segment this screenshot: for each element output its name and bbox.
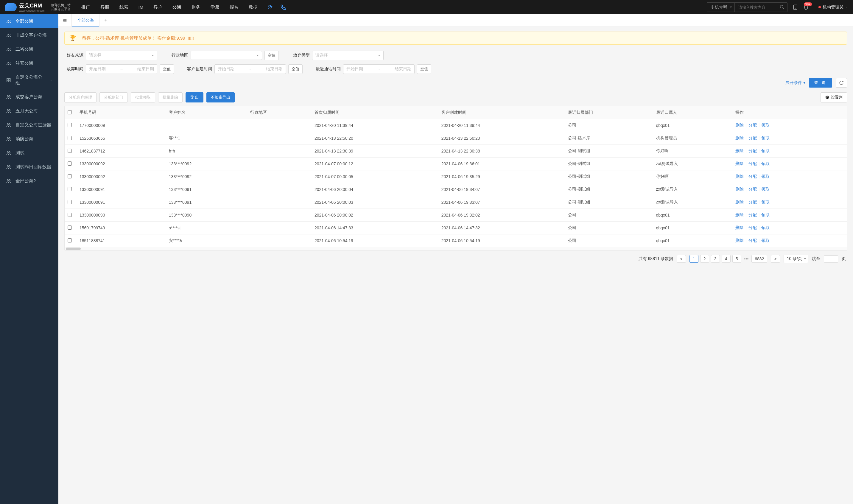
row-checkbox[interactable] [68, 149, 72, 153]
query-button[interactable]: 查 询 [809, 78, 832, 88]
nav-item-8[interactable]: 报名 [225, 0, 243, 14]
sidebar-item-0[interactable]: 全部公海 [0, 14, 58, 28]
page-1[interactable]: 1 [689, 255, 698, 263]
row-checkbox[interactable] [68, 238, 72, 242]
sidebar-item-8[interactable]: 消防公海 [0, 132, 58, 146]
nav-item-2[interactable]: 线索 [115, 0, 133, 14]
nav-item-1[interactable]: 客服 [96, 0, 114, 14]
claim-link[interactable]: 领取 [761, 225, 769, 230]
sidebar-item-4[interactable]: 自定义公海分组⌄ [0, 70, 58, 90]
page-size-select[interactable]: 10 条/页 [784, 255, 808, 263]
export-button[interactable]: 导 出 [185, 92, 203, 103]
assign-link[interactable]: 分配 [748, 187, 757, 192]
page-3[interactable]: 3 [711, 255, 720, 263]
claim-link[interactable]: 领取 [761, 123, 769, 127]
assign-link[interactable]: 分配 [748, 200, 757, 204]
row-checkbox[interactable] [68, 226, 72, 230]
page-last[interactable]: 6882 [751, 255, 767, 263]
assign-link[interactable]: 分配 [748, 136, 757, 140]
delete-link[interactable]: 删除 [736, 200, 744, 204]
sidebar-item-2[interactable]: 二咨公海 [0, 42, 58, 56]
sidebar-item-6[interactable]: 五月天公海 [0, 104, 58, 118]
row-checkbox[interactable] [68, 200, 72, 204]
prev-page[interactable]: < [677, 255, 686, 263]
claim-link[interactable]: 领取 [761, 238, 769, 243]
abandon-time-null-button[interactable]: 空值 [160, 64, 174, 74]
claim-link[interactable]: 领取 [761, 148, 769, 153]
page-5[interactable]: 5 [732, 255, 741, 263]
claim-link[interactable]: 领取 [761, 200, 769, 204]
add-user-icon[interactable] [265, 2, 275, 13]
assign-link[interactable]: 分配 [748, 174, 757, 179]
row-checkbox[interactable] [68, 174, 72, 178]
assign-link[interactable]: 分配 [748, 238, 757, 243]
logo[interactable]: 云朵CRM www.yunduocrm.com 教育机构一站式服务云平台 [5, 2, 71, 12]
delete-link[interactable]: 删除 [736, 187, 744, 192]
search-button[interactable] [777, 3, 787, 12]
assign-dept-button[interactable]: 分配到部门 [99, 92, 128, 103]
delete-link[interactable]: 删除 [736, 136, 744, 140]
nav-item-9[interactable]: 数据 [244, 0, 262, 14]
column-settings-button[interactable]: 设置列 [820, 92, 847, 103]
delete-link[interactable]: 删除 [736, 225, 744, 230]
reset-button[interactable] [836, 78, 847, 88]
nav-item-7[interactable]: 学服 [206, 0, 224, 14]
claim-link[interactable]: 领取 [761, 187, 769, 192]
tab-all-sea[interactable]: 全部公海 [72, 14, 99, 27]
filter-region-select[interactable]: . [190, 51, 262, 60]
filter-abandon-time-range[interactable]: 开始日期~结束日期 [86, 64, 157, 74]
bell-icon[interactable]: 99+ [803, 4, 809, 10]
delete-link[interactable]: 删除 [736, 123, 744, 127]
nav-item-5[interactable]: 公海 [168, 0, 186, 14]
filter-abandon-type-select[interactable]: 请选择 [312, 51, 384, 60]
assign-link[interactable]: 分配 [748, 225, 757, 230]
assign-manager-button[interactable]: 分配客户经理 [64, 92, 96, 103]
region-null-button[interactable]: 空值 [265, 51, 279, 60]
sidebar-item-10[interactable]: 测试昨日回库数据 [0, 160, 58, 174]
assign-link[interactable]: 分配 [748, 212, 757, 217]
tab-collapse-icon[interactable] [58, 18, 72, 23]
delete-link[interactable]: 删除 [736, 174, 744, 179]
row-checkbox[interactable] [68, 213, 72, 217]
nav-item-0[interactable]: 推广 [76, 0, 95, 14]
page-2[interactable]: 2 [700, 255, 709, 263]
row-checkbox[interactable] [68, 136, 72, 140]
horizontal-scrollbar[interactable] [65, 247, 847, 250]
assign-link[interactable]: 分配 [748, 123, 757, 127]
search-input[interactable] [735, 3, 777, 12]
jump-input[interactable] [824, 255, 838, 263]
filter-source-select[interactable]: 请选择 [86, 51, 157, 60]
call-time-null-button[interactable]: 空值 [417, 64, 431, 74]
batch-claim-button[interactable]: 批量领取 [131, 92, 155, 103]
user-menu[interactable]: 机构管理员 [818, 4, 848, 10]
nav-item-6[interactable]: 财务 [187, 0, 205, 14]
sidebar-item-7[interactable]: 自定义公海过滤器 [0, 118, 58, 132]
sidebar-item-9[interactable]: 测试 [0, 146, 58, 160]
assign-link[interactable]: 分配 [748, 161, 757, 166]
nav-item-3[interactable]: IM [134, 0, 148, 14]
page-ellipsis[interactable]: ••• [743, 256, 750, 261]
claim-link[interactable]: 领取 [761, 161, 769, 166]
assign-link[interactable]: 分配 [748, 148, 757, 153]
search-type-select[interactable]: 手机号码 [707, 3, 735, 12]
claim-link[interactable]: 领取 [761, 136, 769, 140]
phone-icon[interactable] [278, 2, 289, 13]
nav-item-4[interactable]: 客户 [149, 0, 167, 14]
expand-filters-link[interactable]: 展开条件 ▾ [785, 80, 805, 86]
delete-link[interactable]: 删除 [736, 148, 744, 153]
delete-link[interactable]: 删除 [736, 212, 744, 217]
sidebar-item-3[interactable]: 注安公海 [0, 56, 58, 70]
batch-delete-button[interactable]: 批量删除 [158, 92, 183, 103]
sidebar-item-11[interactable]: 全部公海2 [0, 174, 58, 188]
row-checkbox[interactable] [68, 161, 72, 166]
export-plain-button[interactable]: 不加密导出 [206, 92, 235, 103]
row-checkbox[interactable] [68, 187, 72, 191]
sidebar-item-5[interactable]: 成交客户公海 [0, 90, 58, 104]
tab-add[interactable]: + [99, 17, 112, 23]
filter-create-time-range[interactable]: 开始日期~结束日期 [215, 64, 286, 74]
sidebar-item-1[interactable]: 非成交客户公海 [0, 28, 58, 42]
filter-call-time-range[interactable]: 开始日期~结束日期 [343, 64, 415, 74]
page-4[interactable]: 4 [722, 255, 731, 263]
create-time-null-button[interactable]: 空值 [288, 64, 303, 74]
tablet-icon[interactable] [792, 4, 798, 10]
